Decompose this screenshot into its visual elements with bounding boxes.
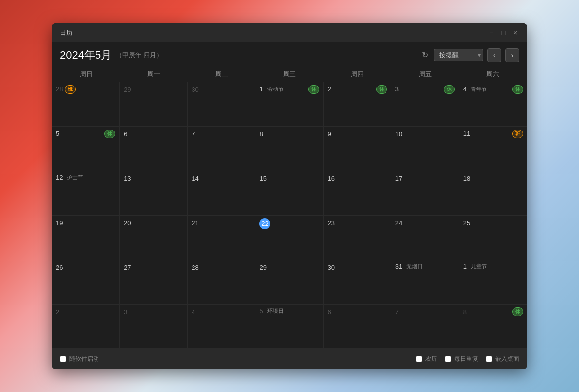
calendar-cell[interactable]: 6 — [324, 305, 391, 348]
calendar-cell[interactable]: 17 — [391, 171, 459, 215]
rest-badge: 休 — [512, 85, 523, 94]
reminder-select-wrapper: 按提醒 按日期 按类型 — [434, 49, 483, 61]
calendar-cell[interactable]: 2 休 — [324, 82, 391, 126]
calendar-cell[interactable]: 30 — [324, 260, 391, 304]
holiday-label: 青年节 — [471, 86, 487, 93]
calendar-cell[interactable]: 14 — [188, 171, 255, 215]
calendar-cell[interactable]: 10 — [391, 127, 459, 171]
calendar-row: 5 休 6 7 8 9 10 11 班 — [52, 127, 527, 171]
next-month-button[interactable]: › — [505, 48, 519, 62]
weekday-thu: 周四 — [324, 67, 391, 82]
lunar-checkbox-label[interactable]: 农历 — [416, 355, 437, 363]
holiday-label: 护士节 — [67, 174, 83, 181]
title-bar: 日历 − □ × — [52, 23, 527, 42]
cell-date: 6 — [328, 308, 331, 316]
calendar-cell[interactable]: 4 青年节 休 — [459, 82, 527, 126]
calendar-cell[interactable]: 6 — [120, 127, 188, 171]
lunar-label: 农历 — [425, 355, 437, 363]
calendar-window: 日历 − □ × 2024年5月 （甲辰年 四月） ↻ 按提醒 按日期 按类型 … — [52, 23, 527, 369]
daily-checkbox-label[interactable]: 每日重复 — [445, 355, 478, 363]
calendar-cell[interactable]: 28 — [188, 260, 255, 304]
cell-date: 29 — [124, 86, 131, 93]
calendar-cell[interactable]: 21 — [188, 216, 255, 260]
cell-date: 29 — [259, 264, 266, 271]
calendar-cell[interactable]: 13 — [120, 171, 188, 215]
calendar-cell[interactable]: 24 — [391, 216, 459, 260]
cell-date: 16 — [328, 175, 335, 182]
reminder-select[interactable]: 按提醒 按日期 按类型 — [434, 49, 483, 61]
header-controls: ↻ 按提醒 按日期 按类型 ‹ › — [420, 48, 519, 62]
calendar-cell[interactable]: 7 — [391, 305, 459, 348]
cell-date: 8 — [463, 308, 467, 316]
holiday-label: 无烟日 — [406, 263, 423, 270]
cell-date: 23 — [328, 219, 335, 227]
calendar-cell[interactable]: 28 班 — [52, 82, 120, 126]
calendar-cell[interactable]: 22 — [255, 216, 323, 260]
calendar-grid: 28 班 29 30 1 劳动节 休 2 休 — [52, 82, 527, 349]
window-controls: − □ × — [487, 29, 519, 37]
embed-checkbox[interactable] — [486, 356, 492, 362]
calendar-cell[interactable]: 1 儿童节 — [459, 260, 527, 304]
weekday-header: 周日 周一 周二 周三 周四 周五 周六 — [52, 67, 527, 82]
cell-date: 20 — [124, 219, 131, 227]
cell-date: 6 — [124, 131, 127, 138]
calendar-cell[interactable]: 4 — [188, 305, 255, 348]
calendar-cell[interactable]: 26 — [52, 260, 120, 304]
weekday-mon: 周一 — [120, 67, 188, 82]
calendar-cell[interactable]: 29 — [120, 82, 188, 126]
cell-date: 24 — [395, 219, 402, 227]
calendar-cell[interactable]: 23 — [324, 216, 391, 260]
footer: 随软件启动 农历 每日重复 嵌入桌面 — [52, 349, 527, 369]
calendar-cell[interactable]: 2 — [52, 305, 120, 348]
footer-left: 随软件启动 — [60, 355, 416, 363]
daily-label: 每日重复 — [454, 355, 478, 363]
calendar-cell[interactable]: 16 — [324, 171, 391, 215]
rest-badge: 休 — [512, 307, 523, 316]
calendar-cell[interactable]: 5 环境日 — [255, 305, 323, 348]
calendar-cell[interactable]: 30 — [188, 82, 255, 126]
cell-date: 30 — [192, 86, 198, 93]
cell-date: 30 — [328, 264, 335, 271]
cell-date: 25 — [463, 219, 470, 227]
embed-label: 嵌入桌面 — [495, 355, 519, 363]
calendar-cell[interactable]: 25 — [459, 216, 527, 260]
calendar-cell[interactable]: 3 休 — [391, 82, 459, 126]
close-button[interactable]: × — [511, 29, 519, 37]
calendar-cell[interactable]: 3 — [120, 305, 188, 348]
rest-badge: 休 — [376, 85, 387, 94]
weekday-wed: 周三 — [255, 67, 323, 82]
prev-month-button[interactable]: ‹ — [487, 48, 501, 62]
calendar-cell[interactable]: 8 休 — [459, 305, 527, 348]
cell-date: 12 — [56, 174, 63, 181]
calendar-row: 2 3 4 5 环境日 6 7 8 — [52, 305, 527, 349]
calendar-cell[interactable]: 1 劳动节 休 — [255, 82, 323, 126]
cell-date: 28 — [192, 264, 198, 271]
calendar-cell[interactable]: 8 — [255, 127, 323, 171]
startup-checkbox[interactable] — [60, 356, 66, 362]
lunar-checkbox[interactable] — [416, 356, 422, 362]
maximize-button[interactable]: □ — [499, 29, 507, 37]
calendar-cell[interactable]: 27 — [120, 260, 188, 304]
calendar-cell[interactable]: 31 无烟日 — [391, 260, 459, 304]
calendar-cell[interactable]: 29 — [255, 260, 323, 304]
calendar-cell[interactable]: 9 — [324, 127, 391, 171]
daily-checkbox[interactable] — [445, 356, 451, 362]
minimize-button[interactable]: − — [487, 29, 495, 37]
rest-badge: 休 — [104, 130, 115, 138]
calendar-cell[interactable]: 7 — [188, 127, 255, 171]
calendar-cell[interactable]: 15 — [255, 171, 323, 215]
embed-checkbox-label[interactable]: 嵌入桌面 — [486, 355, 519, 363]
calendar-row: 26 27 28 29 30 31 无烟日 1 — [52, 260, 527, 305]
calendar-cell[interactable]: 19 — [52, 216, 120, 260]
calendar-cell[interactable]: 11 班 — [459, 127, 527, 171]
cell-date: 5 — [56, 130, 59, 137]
calendar-cell[interactable]: 12 护士节 — [52, 171, 120, 215]
startup-checkbox-label[interactable]: 随软件启动 — [60, 355, 416, 363]
calendar-cell[interactable]: 20 — [120, 216, 188, 260]
cell-date: 26 — [56, 264, 63, 271]
refresh-button[interactable]: ↻ — [420, 48, 430, 62]
cell-date: 3 — [395, 86, 399, 93]
calendar-cell[interactable]: 18 — [459, 171, 527, 215]
calendar-cell[interactable]: 5 休 — [52, 127, 120, 171]
weekday-sun: 周日 — [52, 67, 120, 82]
